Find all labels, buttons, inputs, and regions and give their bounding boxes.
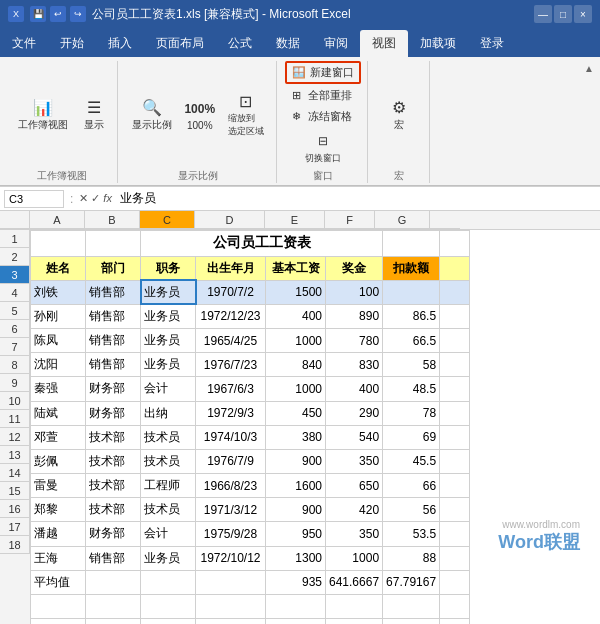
cell-H16[interactable] [440, 594, 470, 618]
cell-G9[interactable]: 69 [383, 425, 440, 449]
cell-G5[interactable]: 66.5 [383, 329, 440, 353]
cell-D14[interactable]: 1972/10/12 [196, 546, 266, 570]
cell-E5[interactable]: 1000 [266, 329, 326, 353]
cell-A11[interactable]: 雷曼 [31, 474, 86, 498]
cell-H2[interactable] [440, 256, 470, 280]
cell-D13[interactable]: 1975/9/28 [196, 522, 266, 546]
cell-C12[interactable]: 技术员 [141, 498, 196, 522]
cell-F3[interactable]: 100 [326, 280, 383, 304]
cell-G10[interactable]: 45.5 [383, 449, 440, 473]
cell-H17[interactable] [440, 619, 470, 624]
row-header-8[interactable]: 8 [0, 356, 30, 374]
cell-F13[interactable]: 350 [326, 522, 383, 546]
row-header-9[interactable]: 9 [0, 374, 30, 392]
row-header-4[interactable]: 4 [0, 284, 30, 302]
cell-E10[interactable]: 900 [266, 449, 326, 473]
col-header-A[interactable]: A [30, 211, 85, 229]
cell-D4[interactable]: 1972/12/23 [196, 304, 266, 328]
cell-G13[interactable]: 53.5 [383, 522, 440, 546]
tab-formula[interactable]: 公式 [216, 30, 264, 57]
cell-D15[interactable] [196, 570, 266, 594]
formula-input[interactable]: 业务员 [116, 192, 596, 206]
cell-A5[interactable]: 陈凤 [31, 329, 86, 353]
cell-reference-input[interactable] [4, 190, 64, 208]
cell-D12[interactable]: 1971/3/12 [196, 498, 266, 522]
cell-H10[interactable] [440, 449, 470, 473]
cell-G17[interactable] [383, 619, 440, 624]
cell-A4[interactable]: 孙刚 [31, 304, 86, 328]
cell-F8[interactable]: 290 [326, 401, 383, 425]
tab-addins[interactable]: 加载项 [408, 30, 468, 57]
cell-B15[interactable] [86, 570, 141, 594]
cell-B8[interactable]: 财务部 [86, 401, 141, 425]
cell-B3[interactable]: 销售部 [86, 280, 141, 304]
cell-B10[interactable]: 技术部 [86, 449, 141, 473]
cell-G4[interactable]: 86.5 [383, 304, 440, 328]
cell-A10[interactable]: 彭佩 [31, 449, 86, 473]
cell-F15[interactable]: 641.6667 [326, 570, 383, 594]
cell-A1[interactable] [31, 231, 86, 257]
cell-G2[interactable]: 扣款额 [383, 256, 440, 280]
cell-E2[interactable]: 基本工资 [266, 256, 326, 280]
cell-A17[interactable] [31, 619, 86, 624]
cell-C1-title[interactable]: 公司员工工资表 [141, 231, 383, 257]
col-header-E[interactable]: E [265, 211, 325, 229]
row-header-2[interactable]: 2 [0, 248, 30, 266]
tab-view[interactable]: 视图 [360, 30, 408, 57]
cell-H11[interactable] [440, 474, 470, 498]
row-header-15[interactable]: 15 [0, 482, 30, 500]
cell-D17[interactable] [196, 619, 266, 624]
cell-E9[interactable]: 380 [266, 425, 326, 449]
tab-page-layout[interactable]: 页面布局 [144, 30, 216, 57]
zoom-selection-button[interactable]: ⊡ 缩放到选定区域 [222, 88, 270, 140]
cell-C17[interactable] [141, 619, 196, 624]
window-controls[interactable]: — □ × [534, 5, 592, 23]
maximize-button[interactable]: □ [554, 5, 572, 23]
cell-D10[interactable]: 1976/7/9 [196, 449, 266, 473]
cell-B7[interactable]: 财务部 [86, 377, 141, 401]
cell-A8[interactable]: 陆斌 [31, 401, 86, 425]
cell-C8[interactable]: 出纳 [141, 401, 196, 425]
row-header-3[interactable]: 3 [0, 266, 30, 284]
cell-B14[interactable]: 销售部 [86, 546, 141, 570]
cell-C4[interactable]: 业务员 [141, 304, 196, 328]
cell-B12[interactable]: 技术部 [86, 498, 141, 522]
row-header-14[interactable]: 14 [0, 464, 30, 482]
show-button[interactable]: ☰ 显示 [77, 94, 111, 134]
cell-A16[interactable] [31, 594, 86, 618]
cell-F5[interactable]: 780 [326, 329, 383, 353]
cell-H12[interactable] [440, 498, 470, 522]
cell-A7[interactable]: 秦强 [31, 377, 86, 401]
cell-E7[interactable]: 1000 [266, 377, 326, 401]
cell-E16[interactable] [266, 594, 326, 618]
cell-F10[interactable]: 350 [326, 449, 383, 473]
cell-E4[interactable]: 400 [266, 304, 326, 328]
cell-F9[interactable]: 540 [326, 425, 383, 449]
cell-D2[interactable]: 出生年月 [196, 256, 266, 280]
cell-H3[interactable] [440, 280, 470, 304]
cell-E11[interactable]: 1600 [266, 474, 326, 498]
zoom-button[interactable]: 🔍 显示比例 [126, 94, 178, 134]
tab-home[interactable]: 开始 [48, 30, 96, 57]
freeze-panes-button[interactable]: ❄ 冻结窗格 [285, 107, 357, 126]
confirm-formula-icon[interactable]: ✓ [91, 192, 100, 205]
cell-C3-active[interactable]: 业务员 [141, 280, 196, 304]
col-header-H[interactable] [430, 211, 460, 229]
cell-H14[interactable] [440, 546, 470, 570]
cell-G8[interactable]: 78 [383, 401, 440, 425]
row-header-6[interactable]: 6 [0, 320, 30, 338]
tab-insert[interactable]: 插入 [96, 30, 144, 57]
cell-F11[interactable]: 650 [326, 474, 383, 498]
insert-function-icon[interactable]: fx [103, 192, 112, 205]
cell-E6[interactable]: 840 [266, 353, 326, 377]
cell-F4[interactable]: 890 [326, 304, 383, 328]
cell-E14[interactable]: 1300 [266, 546, 326, 570]
cell-G6[interactable]: 58 [383, 353, 440, 377]
cell-C7[interactable]: 会计 [141, 377, 196, 401]
cell-C6[interactable]: 业务员 [141, 353, 196, 377]
row-header-18[interactable]: 18 [0, 536, 30, 554]
cell-B4[interactable]: 销售部 [86, 304, 141, 328]
cell-G12[interactable]: 56 [383, 498, 440, 522]
cell-C13[interactable]: 会计 [141, 522, 196, 546]
cell-F16[interactable] [326, 594, 383, 618]
